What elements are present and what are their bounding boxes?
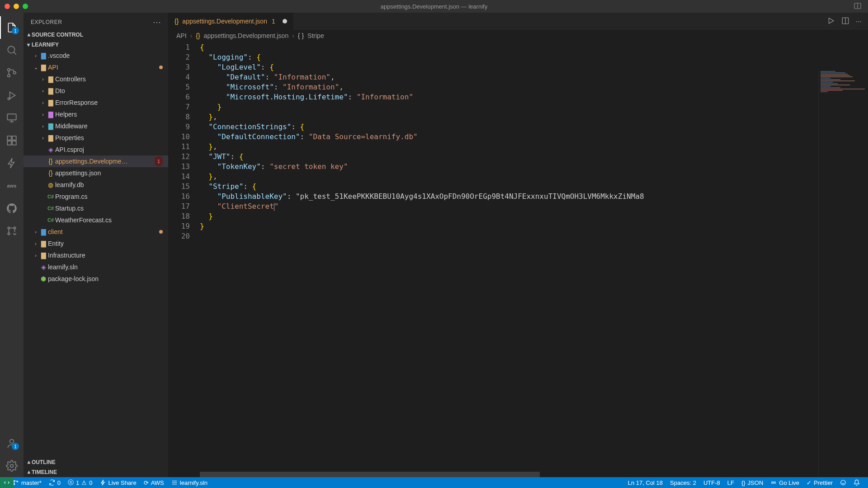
section-timeline[interactable]: ▸TIMELINE xyxy=(24,467,168,477)
tree-folder-controllers[interactable]: ›▇Controllers xyxy=(24,73,168,85)
activity-settings[interactable] xyxy=(0,455,24,477)
tree-file-appsettings-dev[interactable]: {}appsettings.Developme…1 xyxy=(24,155,168,167)
status-language[interactable]: {}JSON xyxy=(738,477,767,488)
sidebar-header: EXPLORER ⋯ xyxy=(24,13,168,30)
svg-point-25 xyxy=(773,482,775,483)
code-content[interactable]: { "Logging": { "LogLevel": { "Default": … xyxy=(200,42,868,477)
json-icon: {} xyxy=(175,18,179,25)
status-position[interactable]: Ln 17, Col 18 xyxy=(624,477,666,488)
status-aws[interactable]: ⟳AWS xyxy=(140,477,168,488)
more-actions-icon[interactable]: ⋯ xyxy=(856,18,862,25)
activity-thunder[interactable] xyxy=(0,152,24,174)
activity-github[interactable] xyxy=(0,197,24,220)
svg-point-19 xyxy=(10,465,14,468)
tree-folder-middleware[interactable]: ›▇Middleware xyxy=(24,120,168,132)
sidebar: EXPLORER ⋯ ▸SOURCE CONTROL ▾LEARNIFY ›▇.… xyxy=(24,13,168,477)
svg-point-22 xyxy=(14,480,14,481)
close-window[interactable] xyxy=(5,4,10,9)
status-live-share[interactable]: Live Share xyxy=(96,477,140,488)
status-bell-icon[interactable] xyxy=(850,477,863,488)
breadcrumb-item[interactable]: API xyxy=(176,32,187,39)
breadcrumb-item[interactable]: appsettings.Development.json xyxy=(204,32,289,39)
activity-remote[interactable] xyxy=(0,107,24,129)
tree-folder-client[interactable]: ›▇client xyxy=(24,226,168,238)
account-badge: 1 xyxy=(12,443,19,450)
tree-folder-infra[interactable]: ›▇Infrastructure xyxy=(24,249,168,261)
editor: {} appsettings.Development.json 1 ⋯ API … xyxy=(168,13,868,477)
scrollbar-thumb[interactable] xyxy=(200,472,540,477)
tree-file-db[interactable]: ◍learnify.db xyxy=(24,179,168,191)
chevron-right-icon: › xyxy=(292,32,294,39)
svg-point-7 xyxy=(8,98,9,99)
chevron-right-icon: › xyxy=(190,32,193,39)
section-outline[interactable]: ▸OUTLINE xyxy=(24,457,168,467)
horizontal-scrollbar[interactable] xyxy=(200,472,818,477)
status-bar: master* 0 ⓧ1⚠0 Live Share ⟳AWS learnify.… xyxy=(0,477,868,488)
status-problems[interactable]: ⓧ1⚠0 xyxy=(64,477,96,488)
unsaved-dot-icon xyxy=(283,19,287,23)
status-spaces[interactable]: Spaces: 2 xyxy=(666,477,700,488)
activity-run-debug[interactable] xyxy=(0,84,24,107)
tree-folder-vscode[interactable]: ›▇.vscode xyxy=(24,50,168,61)
activity-extensions[interactable] xyxy=(0,129,24,152)
breadcrumb[interactable]: API › {} appsettings.Development.json › … xyxy=(168,30,868,42)
svg-point-18 xyxy=(10,439,14,443)
line-gutter: 1234567891011121314151617181920 xyxy=(168,42,200,477)
code-editor[interactable]: 1234567891011121314151617181920 { "Loggi… xyxy=(168,42,868,477)
window-title: appsettings.Development.json — learnify xyxy=(381,3,487,10)
modified-dot xyxy=(159,230,163,234)
svg-point-4 xyxy=(8,69,10,71)
status-feedback-icon[interactable] xyxy=(836,477,850,488)
tree-file-package-lock[interactable]: ⬢package-lock.json xyxy=(24,273,168,285)
status-branch[interactable]: master* xyxy=(9,477,45,488)
tree-folder-api[interactable]: ⌄▇API xyxy=(24,61,168,73)
modified-dot xyxy=(159,66,163,69)
explorer-badge: 1 xyxy=(12,27,19,34)
section-workspace[interactable]: ▾LEARNIFY xyxy=(24,40,168,50)
status-go-live[interactable]: Go Live xyxy=(767,477,803,488)
status-eol[interactable]: LF xyxy=(724,477,738,488)
tree-folder-error[interactable]: ›▇ErrorResponse xyxy=(24,97,168,108)
svg-point-2 xyxy=(8,46,14,53)
section-source-control[interactable]: ▸SOURCE CONTROL xyxy=(24,30,168,40)
status-prettier[interactable]: ✓Prettier xyxy=(803,477,836,488)
tree-file-appsettings[interactable]: {}appsettings.json xyxy=(24,167,168,179)
svg-rect-13 xyxy=(7,141,11,145)
activity-explorer[interactable]: 1 xyxy=(0,16,24,39)
svg-point-26 xyxy=(841,480,846,485)
tree-folder-helpers[interactable]: ›▇Helpers xyxy=(24,108,168,120)
error-badge: 1 xyxy=(155,156,163,166)
svg-rect-12 xyxy=(12,136,16,140)
run-icon[interactable] xyxy=(827,17,835,26)
tree-file-program[interactable]: C#Program.cs xyxy=(24,191,168,202)
json-icon: {} xyxy=(196,32,200,39)
layout-toggle-icon[interactable] xyxy=(854,2,861,11)
minimap[interactable] xyxy=(818,70,868,477)
svg-rect-11 xyxy=(7,136,11,140)
tab-label: appsettings.Development.json xyxy=(182,18,267,25)
activity-search[interactable] xyxy=(0,39,24,61)
svg-line-3 xyxy=(14,52,16,54)
split-editor-icon[interactable] xyxy=(841,17,849,26)
status-sync[interactable]: 0 xyxy=(45,477,64,488)
breadcrumb-item[interactable]: Stripe xyxy=(307,32,324,39)
tab-appsettings-dev[interactable]: {} appsettings.Development.json 1 xyxy=(168,13,294,30)
activity-source-control[interactable] xyxy=(0,61,24,84)
activity-git-graph[interactable] xyxy=(0,220,24,242)
tree-folder-properties[interactable]: ›▇Properties xyxy=(24,132,168,144)
tree-folder-entity[interactable]: ›▇Entity xyxy=(24,238,168,249)
maximize-window[interactable] xyxy=(23,4,28,9)
tree-file-weather[interactable]: C#WeatherForecast.cs xyxy=(24,214,168,226)
svg-point-5 xyxy=(8,75,10,77)
minimize-window[interactable] xyxy=(14,4,19,9)
status-encoding[interactable]: UTF-8 xyxy=(700,477,724,488)
tree-file-csproj[interactable]: ◈API.csproj xyxy=(24,144,168,155)
activity-aws[interactable]: aws xyxy=(0,174,24,197)
more-icon[interactable]: ⋯ xyxy=(153,17,161,27)
tree-file-sln[interactable]: ◈learnify.sln xyxy=(24,261,168,273)
svg-rect-8 xyxy=(7,114,16,120)
tree-file-startup[interactable]: C#Startup.cs xyxy=(24,202,168,214)
tree-folder-dto[interactable]: ›▇Dto xyxy=(24,85,168,97)
activity-accounts[interactable]: 1 xyxy=(0,432,24,455)
status-solution[interactable]: learnify.sln xyxy=(168,477,211,488)
